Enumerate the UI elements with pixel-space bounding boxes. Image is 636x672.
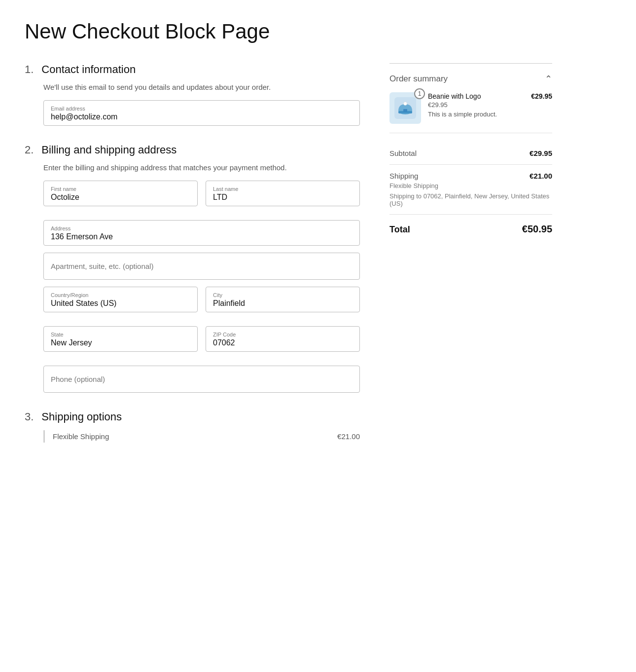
country-label: Country/Region <box>51 292 190 298</box>
zip-wrapper: ZIP Code <box>206 326 360 352</box>
state-field: State <box>43 326 198 352</box>
product-name: Beanie with Logo <box>428 92 481 100</box>
product-name-price-row: Beanie with Logo €29.95 <box>428 92 552 100</box>
city-field: City <box>206 287 360 312</box>
last-name-input[interactable] <box>213 193 353 202</box>
state-zip-group: State ZIP Code <box>43 326 360 359</box>
shipping-label: Shipping <box>389 172 418 180</box>
email-label: Email address <box>51 106 353 112</box>
address-label: Address <box>51 225 353 231</box>
shipping-method: Flexible Shipping <box>389 182 552 189</box>
order-summary-title: Order summary <box>389 74 448 84</box>
city-label: City <box>213 292 353 298</box>
first-name-input[interactable] <box>51 193 190 202</box>
subtotal-label: Subtotal <box>389 149 417 157</box>
billing-section-number: 2. <box>25 144 34 156</box>
product-price-main: €29.95 <box>531 92 552 100</box>
last-name-field: Last name <box>206 181 360 206</box>
total-label: Total <box>389 224 410 235</box>
chevron-up-icon[interactable]: ⌃ <box>545 74 552 84</box>
contact-section: 1. Contact information We'll use this em… <box>25 63 360 126</box>
first-name-label: First name <box>51 186 190 192</box>
city-wrapper: City <box>206 287 360 312</box>
shipping-option-row: Flexible Shipping €21.00 <box>53 430 360 443</box>
zip-input[interactable] <box>213 338 353 347</box>
layout: 1. Contact information We'll use this em… <box>25 63 611 460</box>
country-wrapper: Country/Region <box>43 287 198 312</box>
address-wrapper: Address <box>43 220 360 246</box>
email-input[interactable] <box>51 112 353 121</box>
billing-fields: First name Last name Address <box>43 181 360 393</box>
product-row: 1 Beanie with Logo <box>389 92 552 133</box>
contact-description: We'll use this email to send you details… <box>43 83 360 91</box>
shipping-option-label: Flexible Shipping <box>53 432 109 441</box>
contact-section-title: Contact information <box>41 63 136 76</box>
last-name-wrapper: Last name <box>206 181 360 206</box>
contact-section-number: 1. <box>25 63 34 76</box>
shipping-top-row: Shipping €21.00 <box>389 172 552 180</box>
contact-fields: Email address <box>43 100 360 126</box>
zip-field: ZIP Code <box>206 326 360 352</box>
shipping-value: €21.00 <box>530 172 552 180</box>
subtotal-value: €29.95 <box>530 149 552 157</box>
state-wrapper: State <box>43 326 198 352</box>
billing-section-title: Billing and shipping address <box>41 144 177 156</box>
total-row: Total €50.95 <box>389 215 552 235</box>
order-summary-header: Order summary ⌃ <box>389 74 552 84</box>
shipping-section-title: Shipping options <box>41 411 122 423</box>
product-description: This is a simple product. <box>428 111 552 118</box>
phone-input[interactable] <box>51 375 353 383</box>
email-field-wrapper: Email address <box>43 100 360 126</box>
shipping-to: Shipping to 07062, Plainfield, New Jerse… <box>389 192 552 207</box>
billing-section: 2. Billing and shipping address Enter th… <box>25 144 360 393</box>
product-info: Beanie with Logo €29.95 €29.95 This is a… <box>428 92 552 118</box>
shipping-section-number: 3. <box>25 411 34 423</box>
apartment-field[interactable] <box>43 253 360 280</box>
country-field: Country/Region <box>43 287 198 312</box>
state-label: State <box>51 332 190 337</box>
first-name-wrapper: First name <box>43 181 198 206</box>
shipping-block: Shipping €21.00 Flexible Shipping Shippi… <box>389 165 552 215</box>
country-city-group: Country/Region City <box>43 287 360 319</box>
city-input[interactable] <box>213 299 353 308</box>
svg-point-3 <box>404 102 407 106</box>
product-badge: 1 <box>414 88 425 99</box>
shipping-options-container: Flexible Shipping €21.00 <box>43 430 360 443</box>
state-input[interactable] <box>51 338 190 347</box>
total-value: €50.95 <box>522 224 552 235</box>
product-image: 1 <box>389 92 421 124</box>
shipping-header: 3. Shipping options <box>25 411 360 423</box>
billing-header: 2. Billing and shipping address <box>25 144 360 156</box>
apartment-input[interactable] <box>51 262 353 270</box>
name-field-group: First name Last name <box>43 181 360 213</box>
shipping-option-price: €21.00 <box>337 432 360 441</box>
billing-description: Enter the billing and shipping address t… <box>43 163 360 172</box>
subtotal-row: Subtotal €29.95 <box>389 142 552 165</box>
shipping-section: 3. Shipping options Flexible Shipping €2… <box>25 411 360 443</box>
order-summary-sidebar: Order summary ⌃ 1 <box>389 63 552 235</box>
page-title: New Checkout Block Page <box>25 20 611 43</box>
product-price-sub: €29.95 <box>428 101 552 109</box>
country-input[interactable] <box>51 299 190 308</box>
main-column: 1. Contact information We'll use this em… <box>25 63 360 460</box>
phone-field[interactable] <box>43 366 360 393</box>
zip-label: ZIP Code <box>213 332 353 337</box>
contact-header: 1. Contact information <box>25 63 360 76</box>
address-input[interactable] <box>51 232 353 241</box>
svg-rect-4 <box>403 109 407 112</box>
first-name-field: First name <box>43 181 198 206</box>
beanie-icon <box>394 97 416 119</box>
last-name-label: Last name <box>213 186 353 192</box>
